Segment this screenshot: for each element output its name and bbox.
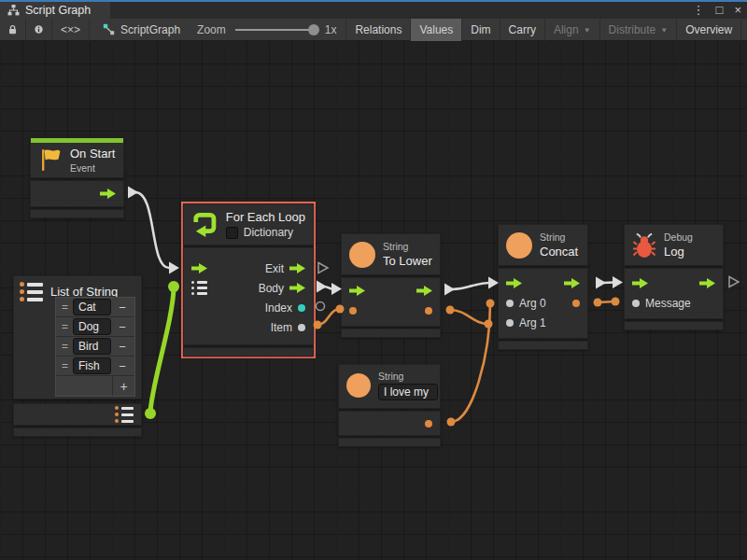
string-type-icon [506,232,532,259]
port-index-out[interactable]: Index [265,301,305,315]
node-debug-log[interactable]: Debug Log Message [624,224,724,330]
node-string-literal[interactable]: String [338,364,441,447]
chevron-down-icon: ▼ [584,26,591,35]
unconnected-log-exit-triangle-icon [729,277,739,287]
node-list-of-string[interactable]: List of String = − = − = [13,275,142,437]
index-port-icon [298,304,305,312]
port-list-in[interactable] [191,281,207,295]
node-concat[interactable]: String Concat Arg 0 [498,224,588,350]
relations-button[interactable]: Relations [345,19,411,41]
carry-button[interactable]: Carry [500,19,545,41]
control-out-arrow-icon [416,286,432,296]
add-item-button[interactable]: + [112,376,134,396]
window-menu-button[interactable]: ⋮ [693,2,705,19]
graph-name: ScriptGraph [120,23,180,36]
port-control-in[interactable] [506,278,522,288]
port-item-out[interactable]: Item [271,321,305,334]
port-string-out[interactable] [425,307,432,315]
node-footer [183,347,314,357]
drag-handle-icon[interactable]: = [59,320,71,333]
port-arg0-in[interactable]: Arg 0 [506,297,546,310]
port-list-out[interactable] [115,406,134,423]
remove-item-button[interactable]: − [113,340,132,354]
port-control-out[interactable] [699,278,715,288]
list-port-icon [191,281,207,295]
control-out-arrow-icon [289,283,305,293]
wire-list-to-foreach [145,281,179,419]
port-control-out[interactable] [564,278,580,288]
list-item-input[interactable] [73,299,111,315]
fullscreen-button[interactable]: Full Screen [741,19,747,41]
drag-handle-icon[interactable]: = [59,301,71,314]
node-for-each-loop[interactable]: For Each Loop Dictionary Exit [183,203,314,357]
remove-item-button[interactable]: − [113,301,132,315]
list-editor: = − = − = − = [55,297,135,397]
port-control-out[interactable] [416,286,432,296]
distribute-dropdown[interactable]: Distribute ▼ [600,19,678,41]
remove-item-button[interactable]: − [113,320,132,334]
string-value-input[interactable] [378,384,438,400]
zoom-control: Zoom 1x [197,23,336,36]
graph-tab-icon [7,5,20,16]
port-control-in[interactable] [191,263,207,273]
port-string-out[interactable] [572,300,580,307]
loop-icon [191,210,218,238]
lock-icon [8,23,17,35]
zoom-slider-handle[interactable] [308,24,319,35]
dictionary-checkbox[interactable] [226,227,238,239]
string-port-icon [572,300,580,307]
lock-button[interactable] [0,19,26,41]
port-control-in[interactable] [349,286,365,296]
info-icon [35,23,43,35]
drag-handle-icon[interactable]: = [59,359,71,372]
control-out-arrow-icon [699,278,715,288]
wire-concat-to-log [596,276,623,289]
port-on-start-exit[interactable] [100,189,116,199]
list-item-input[interactable] [73,318,111,335]
port-string-in[interactable] [349,307,357,315]
edit-source-button[interactable]: <×> [52,19,90,41]
node-to-lower[interactable]: String To Lower [341,233,441,338]
value-port-icon [506,300,514,307]
wire-tolower-to-arg1 [446,306,493,329]
graph-reference[interactable]: ScriptGraph [103,23,180,36]
wire-body-to-tolower [317,281,342,296]
control-out-arrow-icon [564,278,580,288]
port-exit-out[interactable]: Exit [265,262,305,275]
values-button[interactable]: Values [411,19,462,41]
overview-button[interactable]: Overview [677,19,741,41]
port-arg1-in[interactable]: Arg 1 [506,316,546,329]
port-string-out[interactable] [425,420,432,427]
string-type-icon [349,242,375,268]
node-title: To Lower [383,253,432,269]
node-title: On Start [70,146,115,161]
unconnected-index-circle-icon [317,302,325,311]
list-add-row: + [56,376,134,396]
inspect-button[interactable] [26,19,52,41]
tab-title: Script Graph [25,4,91,17]
node-footer [624,321,724,330]
window-close-button[interactable]: × [734,2,741,19]
drag-handle-icon[interactable]: = [59,340,71,353]
node-footer [341,329,441,338]
port-body-out[interactable]: Body [259,282,305,295]
zoom-slider[interactable] [235,29,316,31]
wire-item-to-tolower [314,305,345,329]
tab-script-graph[interactable]: Script Graph [0,2,110,19]
list-item-row: = − [56,298,134,317]
list-item-input[interactable] [73,357,111,374]
dim-button[interactable]: Dim [462,19,500,41]
remove-item-button[interactable]: − [113,359,132,373]
zoom-label: Zoom [197,23,226,36]
align-dropdown[interactable]: Align ▼ [545,19,600,41]
graph-canvas[interactable]: On Start Event [0,41,747,560]
port-control-in[interactable] [632,278,648,288]
window-maximize-button[interactable]: □ [716,2,724,19]
code-icon: <×> [61,23,80,36]
node-title: Log [664,244,693,259]
toolbar-toggles: Relations Values Dim Carry Align ▼ Distr… [345,19,747,41]
port-message-in[interactable]: Message [632,297,691,310]
node-on-start[interactable]: On Start Event [30,138,124,218]
list-item-input[interactable] [73,338,111,355]
value-port-icon [632,300,640,307]
